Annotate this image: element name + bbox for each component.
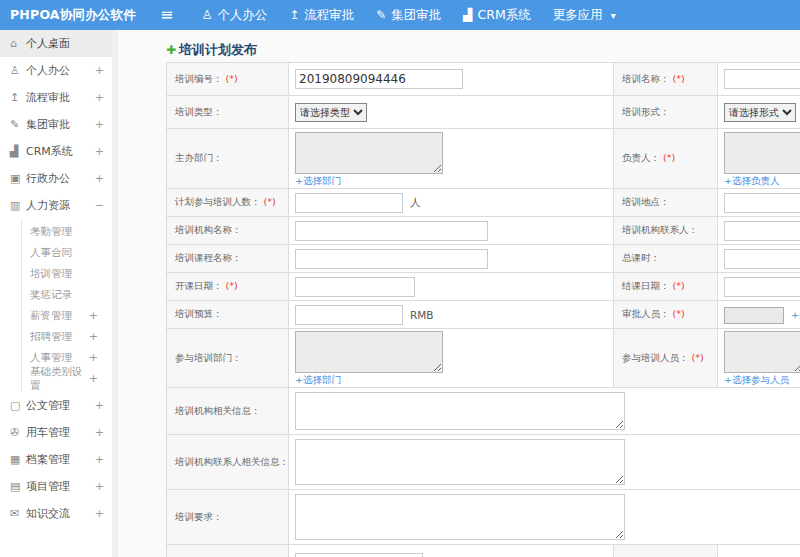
leader-link[interactable]: +选择负责人 bbox=[724, 175, 800, 186]
sidebar-item-vehicle-management[interactable]: ✇用车管理+ bbox=[0, 419, 112, 446]
sidebar-item-label: 项目管理 bbox=[26, 479, 70, 494]
expand-plus-icon[interactable]: + bbox=[95, 145, 104, 158]
topnav-item-more-apps[interactable]: 更多应用▾ bbox=[553, 7, 616, 24]
sidebar-item-workflow-approval[interactable]: ↥流程审批+ bbox=[0, 84, 112, 111]
expand-plus-icon[interactable]: + bbox=[95, 399, 104, 412]
participants-label: 参与培训人员：(*) bbox=[622, 352, 704, 363]
sidebar-subitem-recruitment-management[interactable]: 招聘管理+ bbox=[22, 326, 112, 347]
form-row: 培训课程名称：总课时： bbox=[167, 245, 800, 273]
form-row: 开课日期：(*)结课日期：(*) bbox=[167, 273, 800, 301]
expand-plus-icon[interactable]: + bbox=[89, 330, 98, 343]
expand-plus-icon[interactable]: + bbox=[95, 426, 104, 439]
org-name-input[interactable] bbox=[295, 221, 488, 241]
training-type-select[interactable]: 请选择类型 bbox=[295, 103, 367, 122]
topnav-item-crm-system[interactable]: ▟CRM系统 bbox=[463, 7, 530, 24]
sidebar-item-archive-management[interactable]: ▦档案管理+ bbox=[0, 446, 112, 473]
sidebar-item-knowledge-exchange[interactable]: ✉知识交流+ bbox=[0, 500, 112, 527]
planned-participants-suffix: 人 bbox=[410, 196, 421, 208]
training-location-field-cell bbox=[718, 189, 800, 217]
expand-plus-icon[interactable]: + bbox=[95, 453, 104, 466]
sidebar-item-label: 公文管理 bbox=[26, 398, 70, 413]
budget-label: 培训预算： bbox=[175, 308, 223, 319]
approver-input[interactable] bbox=[724, 307, 784, 324]
expand-plus-icon[interactable]: + bbox=[95, 64, 104, 77]
training-no-label: 培训编号：(*) bbox=[175, 73, 238, 84]
expand-plus-icon[interactable]: + bbox=[95, 172, 104, 185]
sidebar-subitem-training-management[interactable]: 培训管理 bbox=[22, 263, 112, 284]
collapse-minus-icon[interactable]: − bbox=[95, 199, 104, 212]
edit-icon: ✎ bbox=[376, 9, 386, 21]
sidebar-item-group-approval[interactable]: ✎集团审批+ bbox=[0, 111, 112, 138]
attachment-input[interactable] bbox=[295, 553, 423, 557]
participating-departments-textarea[interactable] bbox=[295, 331, 443, 373]
sidebar-item-human-resources[interactable]: ▥人力资源− bbox=[0, 192, 112, 219]
sidebar-subitem-reward-punishment[interactable]: 奖惩记录 bbox=[22, 284, 112, 305]
host-department-link[interactable]: +选择部门 bbox=[295, 175, 607, 186]
training-name-label-cell: 培训名称：(*) bbox=[614, 63, 718, 96]
main-content: ✚ 培训计划发布 培训编号：(*)培训名称：(*)培训类型：请选择类型培训形式：… bbox=[112, 30, 800, 557]
sidebar-subitem-basic-category-settings[interactable]: 基础类别设置+ bbox=[22, 368, 112, 389]
sidebar-subitem-salary-management[interactable]: 薪资管理+ bbox=[22, 305, 112, 326]
hamburger-icon[interactable]: ≡ bbox=[160, 0, 173, 30]
topnav-item-workflow-approval[interactable]: ↥流程审批 bbox=[289, 7, 354, 24]
org-contact-info-label-cell: 培训机构联系人相关信息： bbox=[167, 435, 289, 490]
expand-plus-icon[interactable]: + bbox=[95, 118, 104, 131]
leader-textarea[interactable] bbox=[724, 132, 800, 174]
expand-plus-icon[interactable]: + bbox=[89, 351, 98, 364]
start-date-label-cell: 开课日期：(*) bbox=[167, 273, 289, 301]
expand-plus-icon[interactable]: + bbox=[95, 91, 104, 104]
training-form-select[interactable]: 请选择形式 bbox=[724, 103, 796, 122]
sidebar-subitem-label: 薪资管理 bbox=[30, 309, 72, 323]
sidebar-item-document-management[interactable]: ▢公文管理+ bbox=[0, 392, 112, 419]
training-name-label: 培训名称：(*) bbox=[622, 73, 685, 84]
participants-textarea[interactable] bbox=[724, 331, 800, 373]
host-department-wrap: +选择部门 bbox=[295, 132, 607, 186]
topnav-item-label: 集团审批 bbox=[391, 7, 441, 24]
sidebar-item-label: 流程审批 bbox=[26, 90, 70, 105]
participants-label-cell: 参与培训人员：(*) bbox=[614, 329, 718, 388]
sidebar-item-project-management[interactable]: ▤项目管理+ bbox=[0, 473, 112, 500]
start-date-input[interactable] bbox=[295, 277, 415, 297]
sidebar-item-crm-system[interactable]: ▟CRM系统+ bbox=[0, 138, 112, 165]
sidebar-item-personal-desktop[interactable]: ⌂个人桌面 bbox=[0, 30, 112, 57]
planned-participants-input[interactable] bbox=[295, 193, 403, 213]
org-info-field-cell bbox=[289, 388, 800, 435]
org-info-textarea[interactable] bbox=[295, 392, 625, 430]
budget-input[interactable] bbox=[295, 305, 403, 325]
course-name-input[interactable] bbox=[295, 249, 488, 269]
training-requirements-textarea[interactable] bbox=[295, 494, 625, 540]
topnav-item-personal-office[interactable]: ♙个人办公 bbox=[201, 7, 267, 24]
top-bar: PHPOA协同办公软件 ≡ ♙个人办公↥流程审批✎集团审批▟CRM系统更多应用▾ bbox=[0, 0, 800, 30]
approver-link[interactable]: +选择审批人员 bbox=[791, 309, 800, 320]
sidebar-item-personal-office[interactable]: ♙个人办公+ bbox=[0, 57, 112, 84]
training-plan-form: 培训编号：(*)培训名称：(*)培训类型：请选择类型培训形式：请选择形式主办部门… bbox=[166, 62, 800, 557]
participants-link[interactable]: +选择参与人员 bbox=[724, 374, 800, 385]
expand-plus-icon[interactable]: + bbox=[89, 372, 98, 385]
chart-icon: ▟ bbox=[463, 9, 472, 21]
budget-field-cell: RMB bbox=[289, 301, 614, 329]
host-department-textarea[interactable] bbox=[295, 132, 443, 174]
org-contact-field-cell bbox=[718, 217, 800, 245]
sidebar-item-label: 档案管理 bbox=[26, 452, 70, 467]
org-contact-input[interactable] bbox=[724, 221, 800, 241]
participating-departments-link[interactable]: +选择部门 bbox=[295, 374, 607, 385]
expand-plus-icon[interactable]: + bbox=[95, 507, 104, 520]
expand-plus-icon[interactable]: + bbox=[89, 309, 98, 322]
training-no-input[interactable] bbox=[295, 69, 463, 89]
training-name-field-cell bbox=[718, 63, 800, 96]
training-location-input[interactable] bbox=[724, 193, 800, 213]
org-contact-info-textarea[interactable] bbox=[295, 439, 625, 485]
training-form-field-cell: 请选择形式 bbox=[718, 96, 800, 129]
expand-plus-icon[interactable]: + bbox=[95, 480, 104, 493]
topnav-item-group-approval[interactable]: ✎集团审批 bbox=[376, 7, 441, 24]
flow-icon: ↥ bbox=[10, 91, 26, 104]
total-hours-input[interactable] bbox=[724, 249, 800, 269]
sidebar-item-administrative-office[interactable]: ▣行政办公+ bbox=[0, 165, 112, 192]
end-date-input[interactable] bbox=[724, 277, 800, 297]
required-marker: (*) bbox=[226, 280, 238, 291]
sidebar-subitem-personnel-contract[interactable]: 人事合同 bbox=[22, 242, 112, 263]
form-row: 主办部门：+选择部门负责人：(*)+选择负责人 bbox=[167, 129, 800, 189]
start-date-field-cell bbox=[289, 273, 614, 301]
sidebar-subitem-attendance-management[interactable]: 考勤管理 bbox=[22, 221, 112, 242]
training-name-input[interactable] bbox=[724, 69, 800, 89]
